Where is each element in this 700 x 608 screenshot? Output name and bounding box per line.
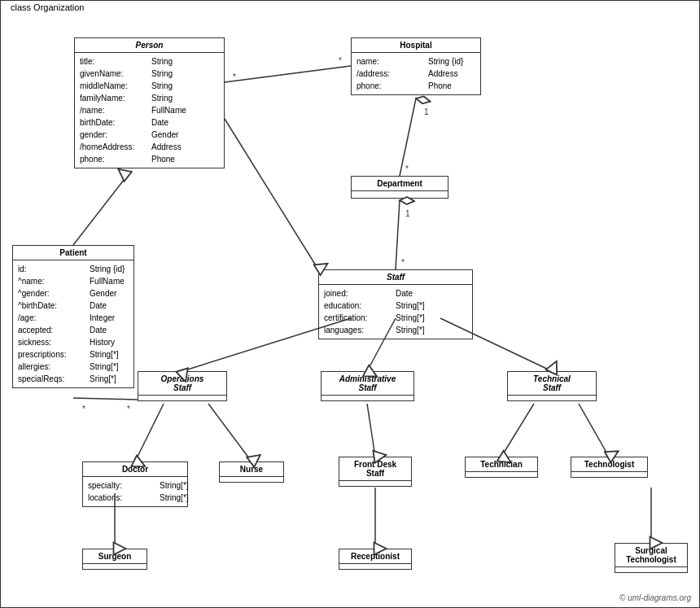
staff-body: joined:Date education:String[*] certific…	[319, 285, 472, 339]
person-body: title:String givenName:String middleName…	[75, 53, 224, 168]
svg-line-15	[73, 398, 138, 400]
class-receptionist: Receptionist	[339, 549, 412, 570]
svg-text:*: *	[405, 164, 409, 173]
class-department: Department	[351, 176, 448, 199]
patient-header: Patient	[13, 246, 133, 260]
doctor-header: Doctor	[83, 462, 187, 477]
svg-text:*: *	[233, 72, 236, 81]
class-technologist: Technologist	[571, 457, 648, 478]
svg-line-5	[225, 119, 318, 269]
svg-text:1: 1	[424, 107, 429, 116]
surgeon-header: Surgeon	[83, 549, 147, 564]
svg-text:*: *	[401, 258, 405, 267]
class-person: Person title:String givenName:String mid…	[74, 37, 225, 168]
svg-line-21	[367, 404, 375, 457]
class-hospital: Hospital name:String {id} /address:Addre…	[351, 37, 481, 95]
class-surgeon: Surgeon	[82, 549, 147, 570]
diagram-container: class Organization Person title:String g…	[0, 0, 700, 608]
class-front-desk-staff: Front DeskStaff	[339, 457, 412, 487]
department-header: Department	[352, 177, 448, 191]
class-staff: Staff joined:Date education:String[*] ce…	[318, 269, 473, 339]
class-nurse: Nurse	[219, 461, 284, 483]
svg-line-23	[579, 404, 609, 457]
svg-text:*: *	[339, 56, 342, 65]
person-header: Person	[75, 38, 224, 53]
nurse-header: Nurse	[220, 462, 283, 477]
class-technical-staff: TechnicalStaff	[507, 371, 597, 401]
hospital-header: Hospital	[352, 38, 480, 53]
svg-text:*: *	[127, 405, 130, 413]
svg-line-19	[135, 404, 164, 461]
svg-text:*: *	[82, 405, 85, 413]
administrative-staff-header: AdministrativeStaff	[322, 372, 413, 396]
technician-header: Technician	[466, 457, 537, 472]
svg-line-4	[73, 176, 127, 245]
diagram-title: class Organization	[7, 2, 88, 12]
copyright: © uml-diagrams.org	[619, 593, 691, 602]
front-desk-header: Front DeskStaff	[339, 457, 411, 481]
department-body	[352, 191, 448, 198]
doctor-body: specialty:String[*] locations:String[*]	[83, 477, 187, 506]
svg-line-6	[400, 98, 416, 176]
surgical-technologist-header: SurgicalTechnologist	[615, 544, 687, 567]
class-surgical-technologist: SurgicalTechnologist	[615, 543, 688, 573]
technical-staff-header: TechnicalStaff	[508, 372, 596, 396]
svg-line-12	[225, 66, 351, 82]
staff-header: Staff	[319, 270, 472, 285]
class-operations-staff: OperationsStaff	[138, 371, 227, 401]
svg-line-22	[501, 404, 534, 457]
svg-line-9	[396, 200, 400, 269]
patient-body: id:String {id} ^name:FullName ^gender:Ge…	[13, 260, 133, 387]
svg-line-20	[208, 404, 252, 461]
hospital-body: name:String {id} /address:Address phone:…	[352, 53, 480, 94]
technologist-header: Technologist	[571, 457, 647, 472]
class-administrative-staff: AdministrativeStaff	[321, 371, 414, 401]
operations-staff-header: OperationsStaff	[138, 372, 226, 396]
class-doctor: Doctor specialty:String[*] locations:Str…	[82, 461, 188, 507]
class-patient: Patient id:String {id} ^name:FullName ^g…	[12, 245, 134, 388]
class-technician: Technician	[465, 457, 538, 478]
receptionist-header: Receptionist	[339, 549, 411, 564]
svg-text:1: 1	[405, 209, 410, 218]
